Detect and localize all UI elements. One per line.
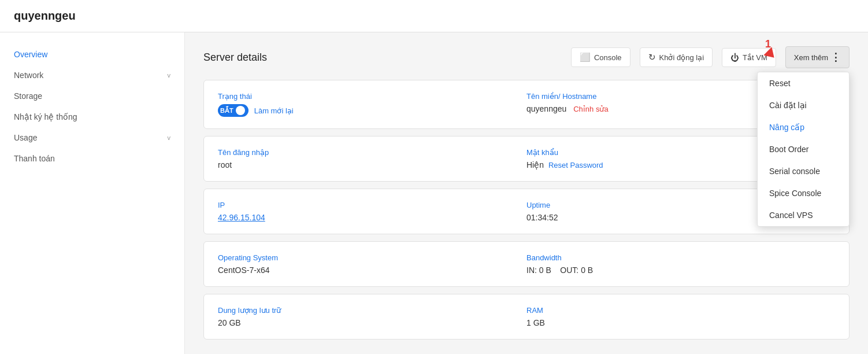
dropdown-menu: Reset Cài đặt lại Nâng cấp Boot Order — [757, 72, 850, 227]
power-icon: ⏻ — [730, 53, 739, 62]
console-icon: ⬜ — [580, 52, 591, 62]
sidebar-label-storage: Storage — [14, 91, 42, 101]
bandwidth-label: Bandwidth — [526, 253, 835, 262]
restart-icon: ↻ — [648, 52, 656, 62]
edit-hostname-link[interactable]: Chỉnh sửa — [573, 105, 608, 113]
os-label: Operating System — [218, 253, 526, 262]
content-header: Server details ⬜ Console ↻ Khởi động lại… — [203, 46, 850, 68]
status-label: Trạng thái — [218, 92, 526, 101]
shutdown-label: Tắt VM — [743, 53, 767, 62]
more-label: Xem thêm — [794, 53, 828, 62]
card-status-hostname: Trạng thái BẮT Làm mới lại Tên miền/ Hos… — [203, 80, 850, 129]
sidebar-item-usage[interactable]: Usage v — [0, 127, 184, 148]
toggle-circle — [236, 106, 245, 115]
sidebar-item-billing[interactable]: Thanh toán — [0, 148, 184, 169]
header: quyenngeu — [0, 0, 868, 32]
hien-text: Hiện — [526, 160, 544, 169]
dropdown-item-bootorder[interactable]: Boot Order — [758, 138, 849, 160]
cell-login: Tên đăng nhập root — [218, 148, 526, 169]
sidebar-label-usage: Usage — [14, 133, 37, 142]
hostname-text: quyenngeu — [526, 104, 566, 113]
power-toggle[interactable]: BẮT — [218, 104, 248, 117]
sidebar-item-overview[interactable]: Overview — [0, 44, 184, 65]
username-value: root — [218, 160, 526, 169]
toggle-on-label: BẮT — [220, 107, 233, 115]
more-dots-icon: ⋮ — [830, 51, 841, 64]
refresh-link[interactable]: Làm mới lại — [254, 106, 294, 115]
ip-value[interactable]: 42.96.15.104 — [218, 213, 526, 222]
toolbar: ⬜ Console ↻ Khởi động lại ⏻ Tắt VM Xem t… — [571, 46, 850, 68]
dropdown-item-upgrade[interactable]: Nâng cấp — [758, 116, 849, 138]
card-storage-ram: Dung lượng lưu trữ 20 GB RAM 1 GB — [203, 294, 850, 340]
sidebar-item-logs[interactable]: Nhật ký hệ thống — [0, 106, 184, 127]
bandwidth-in: IN: 0 B — [526, 266, 551, 275]
chevron-down-icon: v — [168, 72, 171, 79]
detail-row-3: IP 42.96.15.104 Uptime 01:34:52 — [218, 201, 835, 222]
card-ip-uptime: IP 42.96.15.104 Uptime 01:34:52 — [203, 189, 850, 234]
restart-button[interactable]: ↻ Khởi động lại — [640, 47, 713, 67]
ram-value: 1 GB — [526, 318, 835, 327]
bandwidth-value: IN: 0 B OUT: 0 B — [526, 266, 835, 275]
dropdown-item-spice-console[interactable]: Spice Console — [758, 182, 849, 204]
more-button[interactable]: Xem thêm ⋮ — [785, 46, 850, 68]
sidebar-item-network[interactable]: Network v — [0, 65, 184, 86]
console-label: Console — [594, 53, 622, 62]
more-button-wrapper: Xem thêm ⋮ Reset Cài đặt lại — [785, 46, 850, 68]
card-login-password: Tên đăng nhập root Mật khẩu Hiện Reset P… — [203, 136, 850, 182]
app-container: quyenngeu Overview Network v Storage Nhậ… — [0, 0, 868, 354]
cell-storage: Dung lượng lưu trữ 20 GB — [218, 306, 526, 327]
detail-row-4: Operating System CentOS-7-x64 Bandwidth … — [218, 253, 835, 275]
storage-label: Dung lượng lưu trữ — [218, 306, 526, 315]
shutdown-button[interactable]: ⏻ Tắt VM — [722, 48, 776, 67]
login-label: Tên đăng nhập — [218, 148, 526, 157]
reset-password-link[interactable]: Reset Password — [548, 161, 603, 169]
sidebar-label-overview: Overview — [14, 50, 47, 59]
cell-ram: RAM 1 GB — [526, 306, 835, 327]
cell-os: Operating System CentOS-7-x64 — [218, 253, 526, 275]
storage-value: 20 GB — [218, 318, 526, 327]
cell-ip: IP 42.96.15.104 — [218, 201, 526, 222]
main-content: Server details ⬜ Console ↻ Khởi động lại… — [185, 32, 868, 354]
toggle-wrapper: BẮT Làm mới lại — [218, 104, 526, 117]
dropdown-item-reset[interactable]: Reset — [758, 72, 849, 94]
sidebar-label-network: Network — [14, 71, 43, 80]
cell-status: Trạng thái BẮT Làm mới lại — [218, 92, 526, 117]
content-title: Server details — [203, 51, 267, 64]
sidebar-label-logs: Nhật ký hệ thống — [14, 112, 77, 121]
bandwidth-out: OUT: 0 B — [560, 266, 593, 275]
main-layout: Overview Network v Storage Nhật ký hệ th… — [0, 32, 868, 354]
restart-label: Khởi động lại — [659, 53, 704, 62]
ip-label: IP — [218, 201, 526, 209]
console-button[interactable]: ⬜ Console — [571, 47, 630, 67]
os-value: CentOS-7-x64 — [218, 266, 526, 275]
ram-label: RAM — [526, 306, 835, 315]
sidebar: Overview Network v Storage Nhật ký hệ th… — [0, 32, 185, 354]
card-os-bandwidth: Operating System CentOS-7-x64 Bandwidth … — [203, 241, 850, 287]
dropdown-item-reinstall[interactable]: Cài đặt lại — [758, 94, 849, 116]
detail-row-1: Trạng thái BẮT Làm mới lại Tên miền/ Hos… — [218, 92, 835, 117]
detail-row-5: Dung lượng lưu trữ 20 GB RAM 1 GB — [218, 306, 835, 327]
app-title: quyenngeu — [14, 9, 76, 22]
sidebar-item-storage[interactable]: Storage — [0, 86, 184, 106]
detail-row-2: Tên đăng nhập root Mật khẩu Hiện Reset P… — [218, 148, 835, 169]
chevron-down-icon-2: v — [168, 134, 171, 141]
cell-bandwidth: Bandwidth IN: 0 B OUT: 0 B — [526, 253, 835, 275]
sidebar-label-billing: Thanh toán — [14, 154, 55, 163]
dropdown-item-serial-console[interactable]: Serial console — [758, 160, 849, 182]
dropdown-item-cancel-vps[interactable]: Cancel VPS — [758, 204, 849, 226]
